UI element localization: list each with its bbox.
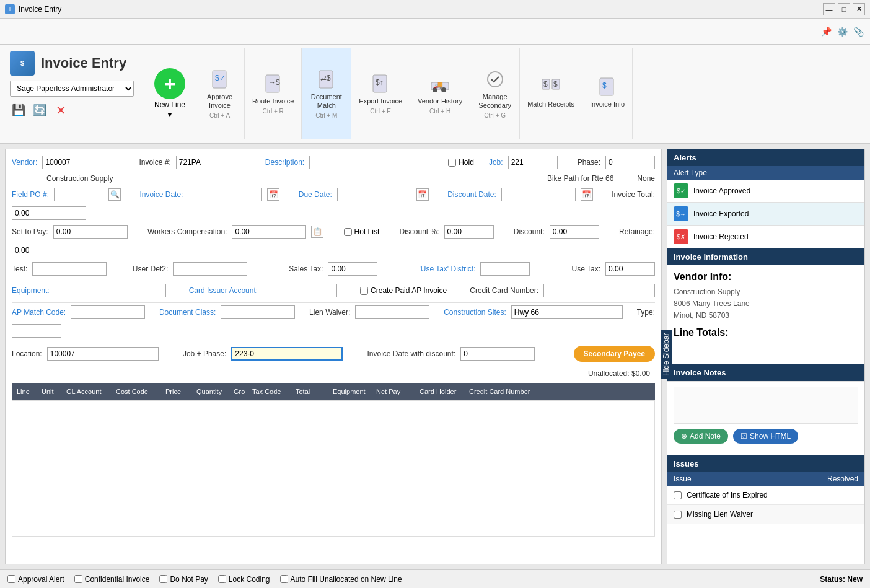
invoice-num-input[interactable] <box>176 156 250 169</box>
retainage-input[interactable] <box>12 244 61 257</box>
workers-comp-btn[interactable]: 📋 <box>311 226 323 238</box>
match-receipts-button[interactable]: $ $ Hide Sidebar Match Receipts <box>520 48 582 139</box>
issue-cert: Certificate of Ins Expired <box>667 486 864 505</box>
auto-fill-checkbox[interactable] <box>280 575 288 583</box>
route-label: Route Invoice <box>252 97 294 105</box>
description-input[interactable] <box>309 156 433 169</box>
use-tax-district-input[interactable] <box>480 262 530 276</box>
approval-alert-checkbox[interactable] <box>7 575 15 583</box>
field-po-label[interactable]: Field PO #: <box>12 190 49 199</box>
hold-checkbox[interactable] <box>448 159 456 167</box>
type-input[interactable] <box>12 324 61 338</box>
ap-match-code-input[interactable] <box>71 305 145 319</box>
cancel-button[interactable]: ✕ <box>52 102 69 119</box>
lien-waiver-input[interactable] <box>355 305 429 319</box>
invoice-date-calendar[interactable]: 📅 <box>267 188 279 201</box>
due-date-calendar[interactable]: 📅 <box>416 188 429 201</box>
pin-button[interactable]: 📌 <box>819 25 833 38</box>
svg-text:⇄$: ⇄$ <box>320 74 331 82</box>
equipment-label[interactable]: Equipment: <box>12 286 50 295</box>
issue-cert-checkbox[interactable] <box>674 491 682 499</box>
secondary-payee-button[interactable]: Secondary Payee <box>574 346 655 362</box>
approve-invoice-button[interactable]: $✓ ApproveInvoice Ctrl + A <box>195 48 245 139</box>
invoice-info-button[interactable]: $ Invoice Info <box>582 48 633 139</box>
vendor-label[interactable]: Vendor: <box>12 158 37 167</box>
title-bar: I Invoice Entry — □ ✕ <box>0 0 870 19</box>
user-def2-input[interactable] <box>173 262 247 276</box>
hot-list-checkbox[interactable] <box>344 228 352 236</box>
vendor-info-name: Construction Supply <box>674 286 858 298</box>
construction-sites-label[interactable]: Construction Sites: <box>444 308 506 317</box>
job-label[interactable]: Job: <box>489 158 503 167</box>
test-input[interactable] <box>32 262 107 276</box>
equipment-input[interactable] <box>55 284 166 297</box>
phase-label: Phase: <box>578 158 600 167</box>
confidential-invoice-checkbox[interactable] <box>74 575 82 583</box>
invoice-total-input[interactable] <box>12 206 86 220</box>
close-button[interactable]: ✕ <box>853 3 865 15</box>
document-class-label[interactable]: Document Class: <box>159 308 216 317</box>
discount-date-calendar[interactable]: 📅 <box>581 188 593 201</box>
discount-date-input[interactable] <box>501 188 576 201</box>
add-note-button[interactable]: ⊕ Add Note <box>674 429 728 444</box>
location-label: Location: <box>12 349 42 358</box>
job-phase-input[interactable] <box>231 347 343 361</box>
window-pin-button[interactable]: 📎 <box>851 25 865 38</box>
alert-rejected: $✗ Invoice Rejected <box>667 226 864 248</box>
vendor-input[interactable] <box>42 156 116 169</box>
invoice-date-label[interactable]: Invoice Date: <box>139 190 183 199</box>
phase-input[interactable] <box>605 156 655 169</box>
do-not-pay-checkbox[interactable] <box>159 575 167 583</box>
due-date-label[interactable]: Due Date: <box>299 190 332 199</box>
manage-secondary-button[interactable]: ManageSecondary Ctrl + G <box>470 48 520 139</box>
ap-match-code-label[interactable]: AP Match Code: <box>12 308 66 317</box>
discount-date-label[interactable]: Discount Date: <box>447 190 496 199</box>
location-input[interactable] <box>47 347 159 361</box>
discount-pct-input[interactable] <box>444 225 494 239</box>
use-tax-district-label[interactable]: 'Use Tax' District: <box>419 265 475 273</box>
description-label[interactable]: Description: <box>265 158 304 167</box>
route-invoice-button[interactable]: →$ Route Invoice Ctrl + R <box>245 48 302 139</box>
vendor-info-title: Vendor Info: <box>674 271 858 283</box>
card-issuer-label[interactable]: Card Issuer Account: <box>189 286 258 295</box>
set-to-pay-input[interactable] <box>53 225 128 239</box>
credit-card-num-input[interactable] <box>543 284 655 297</box>
workers-comp-label: Workers Compensation: <box>147 227 227 236</box>
settings-button[interactable]: ⚙️ <box>835 25 849 38</box>
discount-input[interactable] <box>550 225 599 239</box>
hide-sidebar-button[interactable]: Hide Sidebar <box>661 330 672 379</box>
field-po-lookup[interactable]: 🔍 <box>108 188 121 201</box>
sales-tax-input[interactable] <box>328 262 377 276</box>
invoice-date-discount-input[interactable] <box>460 347 535 361</box>
svg-text:🚚: 🚚 <box>434 80 443 89</box>
field-po-input[interactable] <box>54 188 103 201</box>
minimize-button[interactable]: — <box>823 3 835 15</box>
show-html-icon: ☑ <box>740 432 747 441</box>
workers-comp-input[interactable] <box>232 225 306 239</box>
maximize-button[interactable]: □ <box>838 3 850 15</box>
document-class-input[interactable] <box>221 305 295 319</box>
ribbon: + New Line ▼ $✓ ApproveInvoice Ctrl + A … <box>144 45 870 143</box>
alert-type-header: Alert Type <box>667 166 864 180</box>
document-match-button[interactable]: ⇄$ DocumentMatch Ctrl + M <box>302 48 351 139</box>
create-paid-ap-checkbox[interactable] <box>360 287 368 295</box>
invoice-date-input[interactable] <box>188 188 262 201</box>
job-input[interactable] <box>508 156 558 169</box>
new-line-button[interactable]: + New Line ▼ <box>144 48 195 139</box>
discount-pct-label: Discount %: <box>400 227 439 236</box>
use-tax-input[interactable] <box>605 262 655 276</box>
refresh-button[interactable]: 🔄 <box>31 102 48 119</box>
save-button[interactable]: 💾 <box>10 102 27 119</box>
due-date-input[interactable] <box>337 188 411 201</box>
use-tax-label: Use Tax: <box>572 265 600 273</box>
vendor-history-button[interactable]: 🚚 Vendor History Ctrl + H <box>410 48 470 139</box>
show-html-button[interactable]: ☑ Show HTML <box>733 429 798 444</box>
issue-lien-checkbox[interactable] <box>674 511 682 519</box>
construction-sites-input[interactable] <box>511 305 623 319</box>
lock-coding-checkbox[interactable] <box>218 575 226 583</box>
user-dropdown[interactable]: Sage Paperless Administrator <box>10 81 134 97</box>
export-invoice-button[interactable]: $↑ Export Invoice Ctrl + E <box>351 48 410 139</box>
card-issuer-input[interactable] <box>263 284 337 297</box>
match-icon: $ $ <box>540 76 562 98</box>
docmatch-icon: ⇄$ <box>315 68 338 90</box>
